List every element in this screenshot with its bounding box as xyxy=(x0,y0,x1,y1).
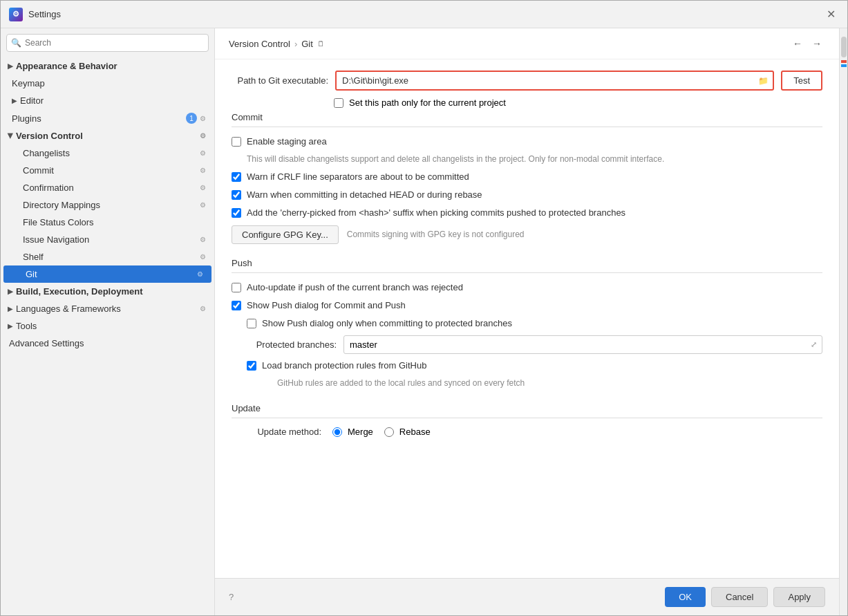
sidebar-item-version-control[interactable]: ▶ Version Control ⚙ xyxy=(1,127,214,144)
sidebar-item-label: Issue Navigation xyxy=(23,234,200,245)
sidebar-item-plugins[interactable]: Plugins 1 ⚙ xyxy=(1,109,214,127)
staging-area-row: Enable staging area xyxy=(232,136,822,148)
commit-settings-icon: ⚙ xyxy=(200,167,206,174)
show-push-protected-row: Show Push dialog only when committing to… xyxy=(232,317,822,330)
title-bar: ⚙ Settings ✕ xyxy=(1,1,847,28)
sidebar-item-keymap[interactable]: Keymap xyxy=(1,75,214,92)
search-icon: 🔍 xyxy=(11,38,21,48)
auto-update-push-label: Auto-update if push of the current branc… xyxy=(247,281,463,294)
sidebar-item-git[interactable]: Git ⚙ xyxy=(3,265,211,283)
warn-detached-checkbox[interactable] xyxy=(232,190,241,200)
update-method-label: Update method: xyxy=(232,427,321,437)
test-button[interactable]: Test xyxy=(781,71,822,91)
sidebar-item-label: Appearance & Behavior xyxy=(16,61,206,71)
cherry-picked-checkbox[interactable] xyxy=(232,208,241,218)
commit-section: Commit Enable staging area This will dis… xyxy=(232,112,822,244)
staging-area-checkbox[interactable] xyxy=(232,137,241,147)
rebase-radio[interactable] xyxy=(384,427,394,437)
rebase-label: Rebase xyxy=(399,427,431,437)
merge-radio[interactable] xyxy=(332,427,342,437)
sidebar-item-label: Directory Mappings xyxy=(23,200,200,210)
gpg-helper-text: Commits signing with GPG key is not conf… xyxy=(347,230,525,239)
show-push-dialog-checkbox[interactable] xyxy=(232,301,241,310)
sidebar-item-shelf[interactable]: Shelf ⚙ xyxy=(1,248,214,265)
confirmation-settings-icon: ⚙ xyxy=(200,184,206,192)
breadcrumb-separator: › xyxy=(294,39,297,49)
sidebar-item-label: Advanced Settings xyxy=(9,338,206,348)
plugins-settings-icon: ⚙ xyxy=(200,115,206,122)
load-protection-rules-checkbox[interactable] xyxy=(247,361,256,371)
auto-update-push-row: Auto-update if push of the current branc… xyxy=(232,281,822,294)
sidebar-item-editor[interactable]: ▶ Editor xyxy=(1,92,214,109)
scroll-thumb[interactable] xyxy=(841,37,847,57)
sidebar-item-label: Git xyxy=(26,269,197,279)
main-panel: Version Control › Git 🗒 ← → Path to Git … xyxy=(215,28,839,615)
sidebar-item-directory-mappings[interactable]: Directory Mappings ⚙ xyxy=(1,196,214,214)
apply-button[interactable]: Apply xyxy=(773,587,825,607)
path-row: Path to Git executable: 📁 Test xyxy=(232,71,822,91)
sidebar-item-languages[interactable]: ▶ Languages & Frameworks ⚙ xyxy=(1,300,214,317)
show-push-dialog-row: Show Push dialog for Commit and Push xyxy=(232,299,822,312)
sidebar-item-label: Build, Execution, Deployment xyxy=(16,286,206,297)
app-icon: ⚙ xyxy=(9,8,23,21)
warn-crlf-checkbox[interactable] xyxy=(232,172,241,182)
arrow-icon: ▶ xyxy=(8,305,13,312)
warn-detached-label: Warn when committing in detached HEAD or… xyxy=(247,189,482,201)
expand-icon[interactable]: ⤢ xyxy=(811,340,817,349)
update-method-row: Update method: Merge Rebase xyxy=(232,427,822,437)
update-section-title: Update xyxy=(232,403,261,413)
settings-window: ⚙ Settings ✕ 🔍 ▶ Appearance & Behavior K… xyxy=(0,0,848,616)
cherry-picked-label: Add the 'cherry-picked from <hash>' suff… xyxy=(247,207,625,219)
sidebar-item-file-status-colors[interactable]: File Status Colors xyxy=(1,214,214,231)
sidebar-item-label: File Status Colors xyxy=(23,217,206,227)
sidebar-item-confirmation[interactable]: Confirmation ⚙ xyxy=(1,179,214,196)
sidebar-item-issue-navigation[interactable]: Issue Navigation ⚙ xyxy=(1,231,214,248)
help-button[interactable]: ? xyxy=(229,592,234,602)
sidebar-item-advanced-settings[interactable]: Advanced Settings xyxy=(1,335,214,352)
window-title: Settings xyxy=(28,9,61,19)
path-only-project-checkbox[interactable] xyxy=(334,98,343,108)
merge-label: Merge xyxy=(348,427,373,437)
sidebar-item-tools[interactable]: ▶ Tools xyxy=(1,317,214,335)
update-section: Update Update method: Merge Rebase xyxy=(232,403,822,437)
arrow-icon: ▶ xyxy=(7,133,15,139)
load-protection-rules-row: Load branch protection rules from GitHub xyxy=(232,360,822,372)
sidebar-item-label: Commit xyxy=(23,165,200,176)
nav-buttons: ← → xyxy=(789,35,825,52)
cancel-button[interactable]: Cancel xyxy=(711,587,768,607)
right-scrollbar xyxy=(839,28,847,615)
sidebar-item-label: Editor xyxy=(20,95,206,106)
issue-navigation-settings-icon: ⚙ xyxy=(200,236,206,243)
auto-update-push-checkbox[interactable] xyxy=(232,283,241,292)
sidebar-item-changelists[interactable]: Changelists ⚙ xyxy=(1,144,214,162)
close-button[interactable]: ✕ xyxy=(822,6,839,23)
show-push-protected-checkbox[interactable] xyxy=(247,319,256,328)
breadcrumb-icon: 🗒 xyxy=(317,39,325,48)
sidebar-item-commit[interactable]: Commit ⚙ xyxy=(1,162,214,179)
breadcrumb: Version Control › Git 🗒 xyxy=(229,39,325,49)
sidebar-item-appearance[interactable]: ▶ Appearance & Behavior xyxy=(1,57,214,75)
rebase-radio-row: Rebase xyxy=(384,427,431,437)
configure-gpg-button[interactable]: Configure GPG Key... xyxy=(232,225,339,244)
path-input-wrap: 📁 xyxy=(335,71,774,91)
protected-branches-input[interactable] xyxy=(343,335,822,354)
cherry-picked-row: Add the 'cherry-picked from <hash>' suff… xyxy=(232,207,822,219)
ok-button[interactable]: OK xyxy=(665,587,706,607)
sidebar-item-build-execution[interactable]: ▶ Build, Execution, Deployment xyxy=(1,283,214,300)
sidebar-item-label: Keymap xyxy=(12,78,206,88)
protected-branches-input-wrap: ⤢ xyxy=(343,335,822,354)
staging-area-label: Enable staging area xyxy=(247,136,327,148)
directory-mappings-settings-icon: ⚙ xyxy=(200,201,206,209)
nav-back-button[interactable]: ← xyxy=(789,35,806,52)
nav-forward-button[interactable]: → xyxy=(809,35,825,52)
footer: ? OK Cancel Apply xyxy=(215,578,839,615)
protected-branches-row: Protected branches: ⤢ xyxy=(232,335,822,354)
languages-settings-icon: ⚙ xyxy=(200,305,206,312)
search-input[interactable] xyxy=(6,34,209,52)
path-input[interactable] xyxy=(335,71,774,91)
arrow-icon: ▶ xyxy=(12,97,17,104)
github-helper-text: GitHub rules are added to the local rule… xyxy=(247,377,822,389)
path-browse-icon[interactable]: 📁 xyxy=(758,76,769,86)
commit-section-header: Commit xyxy=(232,112,822,127)
update-section-header: Update xyxy=(232,403,822,418)
